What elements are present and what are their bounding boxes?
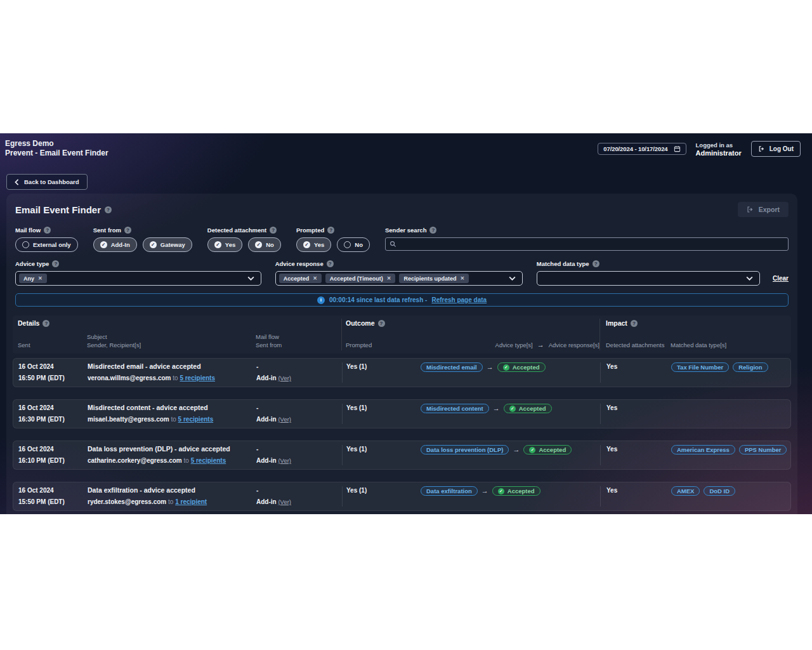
clear-filters-link[interactable]: Clear	[773, 275, 789, 286]
filter-label: Advice response	[275, 260, 324, 267]
matched-data-type-select[interactable]	[537, 271, 760, 286]
refresh-message: 00:00:14 since last data refresh -	[329, 296, 428, 303]
logged-in-as-label: Logged in as	[696, 142, 742, 149]
filter-option-label: Gateway	[160, 241, 185, 248]
help-icon[interactable]: ?	[44, 227, 51, 234]
badge-label: Tax File Number	[677, 364, 723, 371]
row-subject: Misdirected email - advice accepted	[88, 363, 254, 370]
row-time: 16:50 PM (EDT)	[18, 375, 86, 381]
close-icon[interactable]: ✕	[460, 275, 464, 281]
advice-response-select[interactable]: Accepted✕Accepted (Timeout)✕Recipients u…	[275, 271, 523, 286]
row-date: 16 Oct 2024	[18, 487, 86, 494]
close-icon[interactable]: ✕	[313, 275, 317, 281]
badge-label: Data loss prevention (DLP)	[426, 446, 503, 453]
row-advice-cell: Misdirected email→✓Accepted	[421, 362, 600, 372]
help-icon[interactable]: ?	[429, 227, 436, 234]
badge-label: Accepted	[508, 488, 535, 494]
row-version-link[interactable]: (Ver)	[278, 498, 291, 505]
row-sentfrom: Add-in	[256, 498, 277, 505]
close-icon[interactable]: ✕	[387, 275, 391, 281]
logged-in-user: Administrator	[696, 149, 742, 157]
tag-label: Accepted (Timeout)	[330, 275, 383, 282]
help-icon[interactable]: ?	[631, 320, 638, 327]
row-mailflow-value: -	[256, 363, 342, 370]
help-icon[interactable]: ?	[593, 260, 599, 267]
row-version-link[interactable]: (Ver)	[278, 457, 291, 464]
email-event-finder-panel: Email Event Finder ? Export Mail flow? E…	[6, 194, 797, 514]
export-label: Export	[759, 206, 780, 213]
back-to-dashboard-button[interactable]: Back to Dashboard	[6, 174, 88, 190]
filter-option[interactable]: No	[337, 237, 370, 252]
row-version-link[interactable]: (Ver)	[278, 375, 291, 381]
filter-option[interactable]: External only	[15, 237, 78, 252]
help-icon[interactable]: ?	[270, 227, 277, 234]
row-sender: verona.willms@egress.com	[88, 375, 171, 381]
export-button[interactable]: Export	[738, 202, 789, 217]
badge-label: PPS Number	[745, 446, 782, 453]
badge-pill: American Express	[671, 445, 735, 454]
row-recipients-link[interactable]: 5 recipients	[180, 375, 215, 381]
logout-icon	[758, 145, 765, 152]
row-date: 16 Oct 2024	[18, 404, 86, 411]
table-row[interactable]: 16 Oct 2024 16:10 PM (EDT) Data loss pre…	[13, 441, 791, 470]
page-title: Email Event Finder ?	[15, 204, 112, 215]
row-detected: Yes	[606, 363, 670, 370]
filter-sent-from: Sent from? ✓Add-In✓Gateway	[93, 227, 192, 252]
close-icon[interactable]: ✕	[38, 275, 43, 281]
table-row[interactable]: 16 Oct 2024 16:30 PM (EDT) Misdirected c…	[13, 399, 791, 428]
advice-response-badge: ✓Accepted	[497, 362, 546, 372]
row-matched-cell: Tax File NumberReligion	[671, 362, 790, 372]
badge-pill: Data exfiltration	[421, 486, 478, 496]
help-icon[interactable]: ?	[327, 227, 334, 234]
filter-option-label: No	[266, 241, 274, 248]
filter-prompted: Prompted? ✓YesNo	[296, 227, 370, 252]
selected-tag: Accepted✕	[279, 274, 322, 283]
row-recipients-link[interactable]: 1 recipient	[175, 498, 207, 505]
help-icon[interactable]: ?	[124, 227, 131, 234]
arrow-right-icon: →	[481, 488, 488, 494]
group-header-outcome: Outcome?	[341, 319, 599, 327]
row-recipients-link[interactable]: 5 recipients	[191, 457, 226, 464]
table-row[interactable]: 16 Oct 2024 16:50 PM (EDT) Misdirected e…	[13, 358, 791, 387]
badge-label: American Express	[677, 446, 730, 453]
app-window: Egress Demo Prevent - Email Event Finder…	[0, 133, 812, 514]
checked-icon: ✓	[303, 241, 310, 248]
help-icon[interactable]: ?	[105, 206, 112, 213]
date-range-picker[interactable]: 07/20/2024 - 10/17/2024	[598, 143, 686, 155]
filter-option[interactable]: ✓Gateway	[143, 237, 192, 252]
row-sender: ryder.stokes@egress.com	[88, 498, 166, 505]
col-header-detected: Detected attachments	[599, 333, 669, 349]
filter-label: Mail flow	[15, 227, 41, 234]
filter-option-label: External only	[33, 241, 71, 248]
column-divider	[341, 319, 342, 350]
refresh-status-bar: i 00:00:14 since last data refresh - Ref…	[15, 293, 789, 307]
col-header-sent: Sent	[13, 333, 86, 349]
filter-option[interactable]: ✓No	[248, 237, 281, 252]
refresh-page-data-link[interactable]: Refresh page data	[431, 296, 487, 303]
advice-type-select[interactable]: Any✕	[15, 271, 261, 286]
badge-pill: Misdirected email	[421, 362, 483, 372]
badge-label: AMEX	[677, 488, 694, 494]
selected-tag: Recipients updated✕	[399, 274, 469, 283]
filter-option[interactable]: ✓Yes	[207, 237, 242, 252]
filter-sender-search: Sender search?	[385, 227, 789, 251]
chevron-left-icon	[15, 179, 19, 185]
row-version-link[interactable]: (Ver)	[278, 416, 291, 423]
help-icon[interactable]: ?	[327, 260, 334, 267]
filter-option[interactable]: ✓Yes	[296, 237, 331, 252]
table-body: 16 Oct 2024 16:50 PM (EDT) Misdirected e…	[13, 358, 791, 511]
logout-button[interactable]: Log Out	[751, 141, 801, 157]
column-divider	[600, 404, 601, 424]
help-icon[interactable]: ?	[43, 320, 49, 327]
logout-label: Log Out	[769, 145, 794, 152]
row-recipients-link[interactable]: 5 recipients	[178, 416, 214, 423]
row-date: 16 Oct 2024	[18, 363, 86, 370]
sender-search-input[interactable]	[385, 237, 789, 251]
help-icon[interactable]: ?	[378, 320, 385, 327]
help-icon[interactable]: ?	[52, 260, 59, 267]
arrow-right-icon: →	[493, 405, 500, 412]
badge-pill: AMEX	[671, 486, 700, 496]
filter-option[interactable]: ✓Add-In	[93, 237, 137, 252]
filter-advice-type: Advice type? Any✕	[15, 260, 261, 286]
table-row[interactable]: 16 Oct 2024 15:50 PM (EDT) Data exfiltra…	[13, 482, 791, 511]
